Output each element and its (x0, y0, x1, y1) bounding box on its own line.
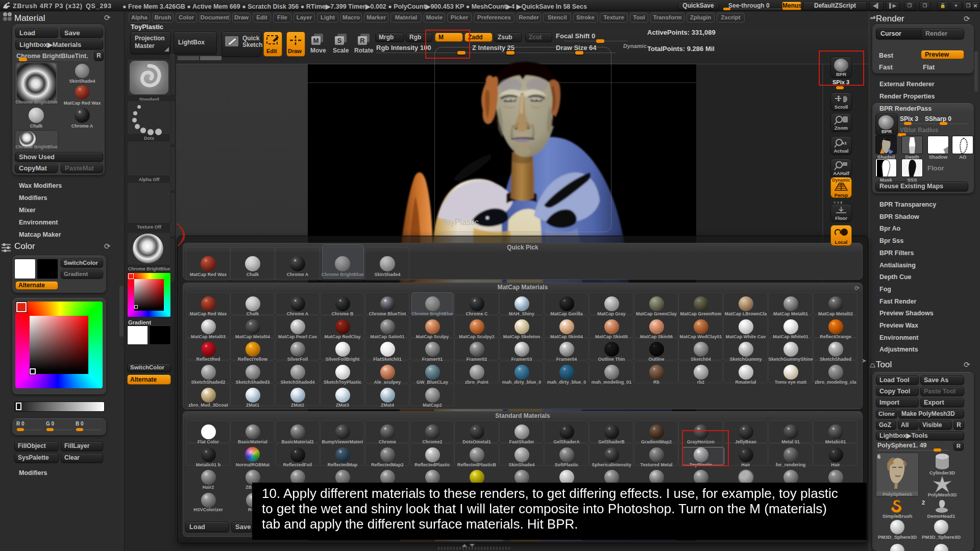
svg-text:x1: x1 (842, 141, 847, 145)
